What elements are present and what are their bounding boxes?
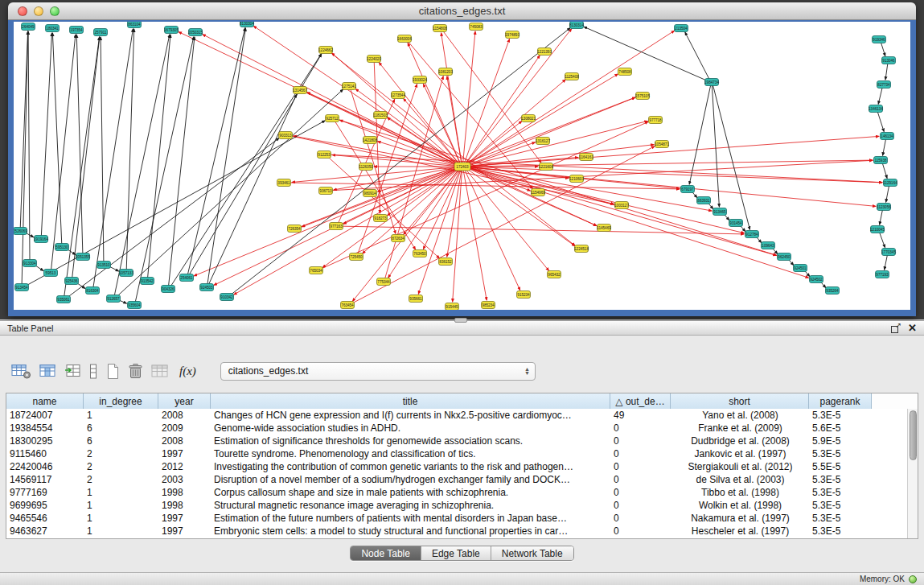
table-row[interactable]: 1938455462009Genome-wide association stu… [6, 422, 907, 435]
graph-edge[interactable] [880, 209, 883, 225]
table-cell[interactable]: 9699695 [6, 499, 84, 512]
table-cell[interactable]: 1998 [158, 486, 211, 499]
graph-node[interactable]: 918273 [374, 215, 388, 222]
graph-node[interactable]: 1770345 [881, 249, 896, 256]
graph-edge[interactable] [712, 84, 719, 207]
graph-node[interactable]: 924501 [794, 265, 807, 272]
table-cell[interactable]: 0 [610, 422, 671, 435]
graph-edge[interactable] [304, 91, 597, 225]
graph-edge[interactable] [877, 111, 884, 132]
graph-node[interactable]: 213504 [675, 25, 688, 32]
table-cell[interactable]: Embryonic stem cells: a model to study s… [211, 525, 610, 538]
graph-edge[interactable] [194, 167, 458, 276]
graph-edge[interactable] [388, 168, 459, 216]
graph-edge[interactable] [234, 168, 459, 295]
graph-edge[interactable] [76, 35, 83, 254]
graph-node[interactable]: 816304 [86, 287, 100, 295]
graph-node[interactable]: 1314567 [293, 87, 307, 94]
table-cell[interactable]: Stergiakouli et al. (2012) [671, 460, 809, 473]
graph-node[interactable]: 977163 [330, 223, 343, 230]
close-panel-icon[interactable]: ✕ [908, 323, 917, 333]
graph-edge[interactable] [465, 29, 572, 165]
table-cell[interactable]: 2008 [158, 409, 211, 422]
table-cell[interactable]: Estimation of the future numbers of pati… [211, 512, 610, 525]
table-cell[interactable]: Franke et al. (2009) [671, 422, 809, 435]
table-row[interactable]: 946362711997Embryonic stem cells: a mode… [6, 525, 907, 538]
table-cell[interactable]: Jankovic et al. (1997) [671, 447, 809, 460]
table-cell[interactable]: 5.3E-5 [809, 447, 872, 460]
table-cell[interactable]: 5.3E-5 [809, 525, 872, 538]
graph-edge[interactable] [290, 136, 614, 204]
close-window-button[interactable] [18, 6, 27, 16]
graph-node[interactable]: 935264 [826, 287, 840, 295]
graph-node[interactable]: 254061 [180, 274, 194, 282]
column-header-short[interactable]: short [671, 393, 809, 409]
table-cell[interactable]: 0 [610, 486, 671, 499]
graph-edge[interactable] [72, 37, 100, 278]
graph-node[interactable]: 1663006 [397, 35, 412, 43]
graph-node[interactable]: 883931 [697, 197, 711, 204]
graph-edge[interactable] [879, 232, 885, 248]
graph-edge[interactable] [878, 87, 882, 105]
table-cell[interactable]: 1998 [158, 499, 211, 512]
graph-node[interactable]: 913454 [15, 284, 29, 291]
table-cell[interactable]: 18300295 [6, 435, 84, 447]
graph-edge[interactable] [885, 63, 888, 80]
graph-node[interactable]: 977718 [649, 117, 663, 124]
graph-node[interactable]: 763454 [341, 302, 355, 309]
graph-node[interactable]: 1346134 [869, 105, 883, 113]
graph-node[interactable]: 912784 [745, 231, 759, 238]
graph-node[interactable]: 1057133 [119, 270, 133, 277]
table-cell[interactable]: Genome-wide association studies in ADHD. [211, 422, 610, 435]
graph-node[interactable]: 913542 [141, 278, 154, 285]
graph-node[interactable]: 775344 [377, 278, 391, 286]
tab-edge-table[interactable]: Edge Table [421, 546, 491, 560]
table-cell[interactable]: 1 [84, 486, 158, 499]
graph-node[interactable]: 1919164 [34, 236, 48, 243]
table-cell[interactable]: Structural magnetic resonance image aver… [211, 499, 610, 512]
disabled-table-icon[interactable] [151, 361, 170, 381]
table-row[interactable]: 1830029562008Estimation of significance … [6, 435, 907, 447]
graph-edge[interactable] [288, 183, 680, 189]
table-cell[interactable]: Corpus callosum shape and size in male p… [211, 486, 610, 499]
table-cell[interactable]: 1 [84, 512, 158, 525]
table-row[interactable]: 1456911722003Disruption of a novel membe… [6, 473, 907, 486]
graph-node[interactable]: 925712 [326, 115, 339, 122]
graph-node[interactable]: 935661 [409, 295, 423, 303]
graph-edge[interactable] [408, 43, 461, 165]
new-document-icon[interactable] [106, 361, 120, 381]
table-cell[interactable]: 18724007 [6, 409, 84, 422]
window-titlebar[interactable]: citations_edges.txt [8, 2, 916, 20]
table-cell[interactable]: 9777169 [6, 486, 84, 499]
graph-edge[interactable] [328, 154, 882, 183]
graph-node[interactable]: 1224020 [367, 56, 381, 63]
graph-node[interactable]: 115938 [874, 157, 888, 164]
graph-node[interactable]: 1974893 [505, 31, 519, 39]
table-cell[interactable]: Nakamura et al. (1997) [671, 512, 809, 525]
table-cell[interactable]: 1 [84, 409, 158, 422]
graph-node[interactable]: 1003127 [614, 202, 629, 209]
table-cell[interactable]: 2 [84, 460, 158, 473]
tab-node-table[interactable]: Node Table [351, 546, 421, 560]
graph-node[interactable]: 765034 [310, 267, 323, 274]
table-cell[interactable]: Changes of HCN gene expression and I(f) … [211, 409, 610, 422]
graph-node[interactable]: 1081203 [438, 68, 453, 76]
table-cell[interactable]: 1997 [158, 447, 211, 460]
graph-node[interactable]: 2050315 [188, 29, 203, 36]
table-cell[interactable]: 0 [610, 512, 671, 525]
column-header-in_degree[interactable]: in_degree [84, 393, 158, 409]
table-cell[interactable]: 6 [84, 435, 158, 447]
graph-node[interactable]: 913510 [97, 262, 111, 269]
graph-node[interactable]: 8130304 [240, 22, 254, 27]
table-cell[interactable]: 2009 [158, 422, 211, 435]
graph-node[interactable]: 1224662 [318, 47, 333, 54]
graph-node[interactable]: 965432 [548, 271, 561, 278]
graph-edge[interactable] [883, 138, 886, 155]
table-row[interactable]: 946554611997Estimation of the future num… [6, 512, 907, 525]
table-cell[interactable]: 5.6E-5 [809, 422, 872, 435]
graph-edge[interactable] [51, 35, 76, 270]
table-cell[interactable]: Tibbo et al. (1998) [671, 486, 809, 499]
table-cell[interactable]: de Silva et al. (2003) [671, 473, 809, 486]
graph-node[interactable]: 904326 [162, 286, 175, 293]
table-cell[interactable]: Wolkin et al. (1998) [671, 499, 809, 512]
